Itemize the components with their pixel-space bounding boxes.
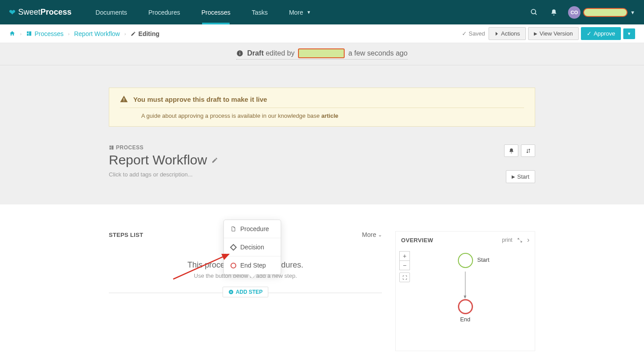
flow-connector [465, 272, 465, 298]
breadcrumb-workflow[interactable]: Report Workflow [74, 30, 120, 37]
add-step-button[interactable]: ADD STEP [223, 287, 269, 297]
start-button[interactable]: ▶ Start [506, 170, 535, 183]
content-area: STEPS LIST More ⌄ This process has no pr… [0, 204, 644, 360]
bell-icon[interactable] [544, 9, 564, 16]
breadcrumb: › Processes › Report Workflow › Editing [9, 30, 159, 37]
warning-icon [120, 95, 128, 103]
nav-tasks[interactable]: Tasks [241, 0, 278, 24]
steps-more[interactable]: More ⌄ [362, 231, 382, 238]
chevron-right-icon: › [68, 31, 70, 36]
svg-line-1 [535, 13, 537, 15]
user-menu-chevron-icon[interactable]: ▼ [630, 10, 635, 15]
sort-button[interactable] [521, 144, 535, 157]
info-icon [236, 50, 243, 57]
svg-rect-3 [27, 34, 28, 36]
svg-rect-7 [240, 52, 240, 52]
document-icon [230, 226, 236, 232]
zoom-out-button[interactable]: − [399, 260, 410, 270]
diamond-icon [230, 244, 236, 250]
edit-title-icon[interactable] [211, 157, 218, 164]
breadcrumb-processes[interactable]: Processes [26, 30, 64, 37]
nav-procedures[interactable]: Procedures [138, 0, 191, 24]
svg-rect-11 [110, 148, 111, 150]
flow-start-label: Start [477, 256, 489, 263]
process-label: PROCESS [109, 144, 535, 151]
breadcrumb-home[interactable] [9, 30, 16, 37]
flow-end-node[interactable] [458, 299, 473, 314]
chevron-right-icon[interactable]: › [527, 236, 529, 244]
breadcrumb-editing: Editing [131, 30, 159, 37]
overview-column: OVERVIEW print › + − [395, 231, 535, 351]
svg-rect-8 [123, 98, 124, 100]
popover-procedure[interactable]: Procedure [224, 220, 281, 238]
logo-text: SweetProcess [18, 8, 72, 17]
sub-toolbar: › Processes › Report Workflow › Editing … [0, 24, 644, 43]
logo-icon: ❤ [9, 8, 16, 17]
search-icon[interactable] [524, 8, 544, 16]
overview-heading: OVERVIEW [401, 237, 433, 244]
approve-dropdown[interactable]: ▼ [623, 28, 635, 39]
editor-name-redacted [298, 48, 345, 58]
svg-rect-10 [110, 146, 111, 148]
print-link[interactable]: print [502, 237, 512, 243]
flow-diagram: Start End [458, 253, 473, 323]
article-link[interactable]: article [321, 112, 338, 119]
saved-indicator: ✓ Saved [462, 30, 485, 37]
zoom-in-button[interactable]: + [399, 251, 410, 261]
svg-point-0 [531, 9, 536, 14]
process-title[interactable]: Report Workflow [109, 152, 535, 168]
svg-rect-6 [240, 53, 240, 55]
user-name-redacted [583, 8, 628, 17]
header-area: You must approve this draft to make it l… [0, 65, 644, 204]
overview-panel: OVERVIEW print › + − [395, 231, 535, 351]
nav-documents[interactable]: Documents [85, 0, 138, 24]
svg-rect-9 [123, 100, 124, 101]
zoom-fit-button[interactable] [399, 272, 410, 282]
svg-rect-4 [29, 32, 31, 36]
svg-rect-2 [27, 32, 28, 33]
add-step-popover: Procedure Decision End Step [223, 220, 281, 275]
process-description[interactable]: Click to add tags or description... [109, 171, 535, 178]
actions-button[interactable]: Actions [489, 27, 526, 40]
popover-end-step[interactable]: End Step [224, 256, 281, 274]
nav-items: Documents Procedures Processes Tasks Mor… [85, 0, 322, 24]
zoom-controls: + − [399, 251, 410, 282]
nav-processes[interactable]: Processes [191, 0, 241, 24]
draft-banner: Draft edited by a few seconds ago [0, 43, 644, 65]
nav-more[interactable]: More ▼ [278, 0, 322, 24]
circle-icon [230, 262, 236, 268]
flow-end-label: End [460, 316, 470, 323]
popover-decision[interactable]: Decision [224, 238, 281, 256]
view-version-button[interactable]: ▶ View Version [528, 27, 579, 40]
steps-column: STEPS LIST More ⌄ This process has no pr… [109, 231, 382, 351]
approve-alert: You must approve this draft to make it l… [109, 88, 535, 127]
steps-divider: ADD STEP [109, 292, 382, 293]
approve-button[interactable]: ✓ Approve [581, 27, 621, 40]
top-nav: ❤ SweetProcess Documents Procedures Proc… [0, 0, 644, 24]
steps-heading: STEPS LIST [109, 232, 143, 238]
process-header: PROCESS Report Workflow Click to add tag… [109, 144, 535, 178]
chevron-right-icon: › [124, 31, 126, 36]
svg-rect-12 [111, 146, 114, 150]
expand-icon[interactable] [517, 237, 523, 243]
logo[interactable]: ❤ SweetProcess [9, 8, 72, 17]
user-avatar[interactable]: CO [568, 6, 580, 19]
flow-start-node[interactable] [458, 253, 473, 268]
chevron-right-icon: › [20, 31, 22, 36]
notify-button[interactable] [504, 144, 518, 157]
chevron-down-icon: ▼ [306, 10, 311, 15]
